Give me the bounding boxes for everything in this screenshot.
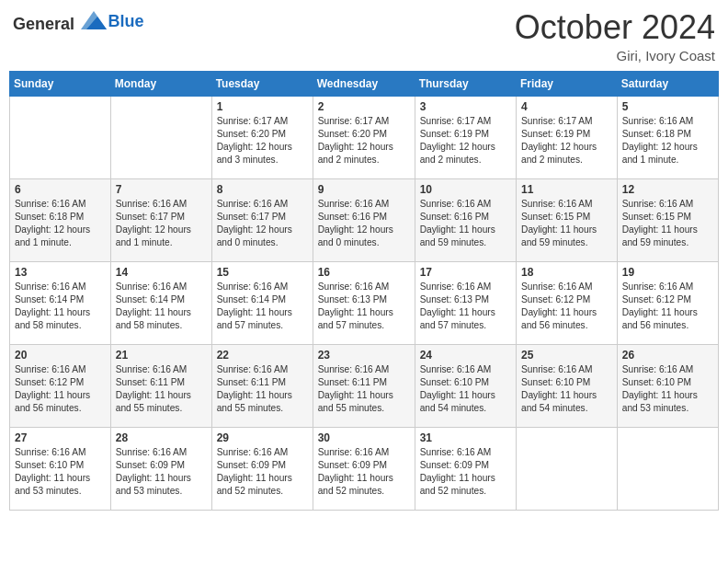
cell-info: Sunrise: 6:16 AMSunset: 6:09 PMDaylight:… <box>217 446 308 499</box>
day-number: 23 <box>318 349 410 362</box>
weekday-header-row: SundayMondayTuesdayWednesdayThursdayFrid… <box>10 71 719 96</box>
cell-info: Sunrise: 6:16 AMSunset: 6:16 PMDaylight:… <box>318 198 410 250</box>
cell-info: Sunrise: 6:16 AMSunset: 6:16 PMDaylight:… <box>420 198 511 250</box>
day-number: 1 <box>217 100 308 113</box>
day-number: 16 <box>318 266 410 279</box>
day-number: 29 <box>217 431 308 444</box>
day-number: 19 <box>622 266 713 279</box>
cell-info: Sunrise: 6:16 AMSunset: 6:17 PMDaylight:… <box>217 198 308 250</box>
calendar-cell: 21Sunrise: 6:16 AMSunset: 6:11 PMDayligh… <box>110 344 211 427</box>
day-number: 31 <box>420 431 511 444</box>
day-number: 25 <box>521 349 612 362</box>
cell-info: Sunrise: 6:16 AMSunset: 6:17 PMDaylight:… <box>116 198 207 250</box>
weekday-header-monday: Monday <box>110 71 211 96</box>
cell-info: Sunrise: 6:16 AMSunset: 6:15 PMDaylight:… <box>622 198 713 250</box>
day-number: 20 <box>15 349 106 362</box>
week-row-1: 6Sunrise: 6:16 AMSunset: 6:18 PMDaylight… <box>10 178 719 261</box>
calendar-cell: 12Sunrise: 6:16 AMSunset: 6:15 PMDayligh… <box>617 178 718 261</box>
calendar-cell: 7Sunrise: 6:16 AMSunset: 6:17 PMDaylight… <box>110 178 211 261</box>
calendar-cell: 9Sunrise: 6:16 AMSunset: 6:16 PMDaylight… <box>313 178 415 261</box>
weekday-header-sunday: Sunday <box>10 71 111 96</box>
weekday-header-friday: Friday <box>517 71 618 96</box>
title-area: October 2024 Giri, Ivory Coast <box>515 9 715 63</box>
cell-info: Sunrise: 6:16 AMSunset: 6:09 PMDaylight:… <box>420 446 511 499</box>
weekday-header-tuesday: Tuesday <box>211 71 313 96</box>
cell-info: Sunrise: 6:16 AMSunset: 6:10 PMDaylight:… <box>15 446 106 499</box>
cell-info: Sunrise: 6:16 AMSunset: 6:14 PMDaylight:… <box>15 281 106 333</box>
day-number: 5 <box>622 100 713 113</box>
header: General Blue October 2024 Giri, Ivory Co… <box>9 9 719 63</box>
day-number: 30 <box>318 431 410 444</box>
cell-info: Sunrise: 6:16 AMSunset: 6:13 PMDaylight:… <box>318 281 410 333</box>
day-number: 28 <box>116 431 207 444</box>
weekday-header-saturday: Saturday <box>617 71 718 96</box>
calendar-cell: 31Sunrise: 6:16 AMSunset: 6:09 PMDayligh… <box>415 427 516 510</box>
week-row-0: 1Sunrise: 6:17 AMSunset: 6:20 PMDaylight… <box>10 96 719 178</box>
week-row-4: 27Sunrise: 6:16 AMSunset: 6:10 PMDayligh… <box>10 427 719 510</box>
day-number: 12 <box>622 183 713 196</box>
cell-info: Sunrise: 6:16 AMSunset: 6:14 PMDaylight:… <box>217 281 308 333</box>
calendar-cell: 23Sunrise: 6:16 AMSunset: 6:11 PMDayligh… <box>313 344 415 427</box>
cell-info: Sunrise: 6:16 AMSunset: 6:15 PMDaylight:… <box>521 198 612 250</box>
calendar-cell: 19Sunrise: 6:16 AMSunset: 6:12 PMDayligh… <box>617 261 718 344</box>
logo: General Blue <box>13 9 144 34</box>
week-row-2: 13Sunrise: 6:16 AMSunset: 6:14 PMDayligh… <box>10 261 719 344</box>
calendar-cell: 15Sunrise: 6:16 AMSunset: 6:14 PMDayligh… <box>211 261 313 344</box>
calendar-cell: 30Sunrise: 6:16 AMSunset: 6:09 PMDayligh… <box>313 427 415 510</box>
calendar-cell: 13Sunrise: 6:16 AMSunset: 6:14 PMDayligh… <box>10 261 111 344</box>
calendar-cell: 8Sunrise: 6:16 AMSunset: 6:17 PMDaylight… <box>211 178 313 261</box>
day-number: 14 <box>116 266 207 279</box>
month-title: October 2024 <box>515 9 715 46</box>
day-number: 9 <box>318 183 410 196</box>
cell-info: Sunrise: 6:16 AMSunset: 6:09 PMDaylight:… <box>318 446 410 499</box>
cell-info: Sunrise: 6:16 AMSunset: 6:10 PMDaylight:… <box>521 363 612 416</box>
cell-info: Sunrise: 6:17 AMSunset: 6:19 PMDaylight:… <box>521 115 612 167</box>
cell-info: Sunrise: 6:16 AMSunset: 6:12 PMDaylight:… <box>15 363 106 416</box>
cell-info: Sunrise: 6:16 AMSunset: 6:14 PMDaylight:… <box>116 281 207 333</box>
calendar-cell: 3Sunrise: 6:17 AMSunset: 6:19 PMDaylight… <box>415 96 516 178</box>
cell-info: Sunrise: 6:16 AMSunset: 6:12 PMDaylight:… <box>622 281 713 333</box>
cell-info: Sunrise: 6:17 AMSunset: 6:19 PMDaylight:… <box>420 115 511 167</box>
location-title: Giri, Ivory Coast <box>515 48 715 63</box>
cell-info: Sunrise: 6:16 AMSunset: 6:18 PMDaylight:… <box>15 198 106 250</box>
weekday-header-wednesday: Wednesday <box>313 71 415 96</box>
calendar-table: SundayMondayTuesdayWednesdayThursdayFrid… <box>9 71 719 511</box>
cell-info: Sunrise: 6:16 AMSunset: 6:09 PMDaylight:… <box>116 446 207 499</box>
day-number: 11 <box>521 183 612 196</box>
day-number: 24 <box>420 349 511 362</box>
logo-general-text: General <box>13 15 74 33</box>
day-number: 17 <box>420 266 511 279</box>
cell-info: Sunrise: 6:17 AMSunset: 6:20 PMDaylight:… <box>318 115 410 167</box>
calendar-cell: 25Sunrise: 6:16 AMSunset: 6:10 PMDayligh… <box>517 344 618 427</box>
calendar-cell: 18Sunrise: 6:16 AMSunset: 6:12 PMDayligh… <box>517 261 618 344</box>
calendar-cell: 14Sunrise: 6:16 AMSunset: 6:14 PMDayligh… <box>110 261 211 344</box>
calendar-cell: 22Sunrise: 6:16 AMSunset: 6:11 PMDayligh… <box>211 344 313 427</box>
calendar-cell <box>617 427 718 510</box>
calendar-cell: 5Sunrise: 6:16 AMSunset: 6:18 PMDaylight… <box>617 96 718 178</box>
cell-info: Sunrise: 6:17 AMSunset: 6:20 PMDaylight:… <box>217 115 308 167</box>
week-row-3: 20Sunrise: 6:16 AMSunset: 6:12 PMDayligh… <box>10 344 719 427</box>
day-number: 26 <box>622 349 713 362</box>
calendar-cell: 16Sunrise: 6:16 AMSunset: 6:13 PMDayligh… <box>313 261 415 344</box>
calendar-cell: 20Sunrise: 6:16 AMSunset: 6:12 PMDayligh… <box>10 344 111 427</box>
calendar-cell: 6Sunrise: 6:16 AMSunset: 6:18 PMDaylight… <box>10 178 111 261</box>
day-number: 4 <box>521 100 612 113</box>
day-number: 13 <box>15 266 106 279</box>
day-number: 6 <box>15 183 106 196</box>
calendar-cell: 26Sunrise: 6:16 AMSunset: 6:10 PMDayligh… <box>617 344 718 427</box>
day-number: 2 <box>318 100 410 113</box>
cell-info: Sunrise: 6:16 AMSunset: 6:10 PMDaylight:… <box>420 363 511 416</box>
day-number: 8 <box>217 183 308 196</box>
calendar-cell: 24Sunrise: 6:16 AMSunset: 6:10 PMDayligh… <box>415 344 516 427</box>
calendar-cell: 11Sunrise: 6:16 AMSunset: 6:15 PMDayligh… <box>517 178 618 261</box>
day-number: 18 <box>521 266 612 279</box>
day-number: 15 <box>217 266 308 279</box>
day-number: 27 <box>15 431 106 444</box>
calendar-cell <box>110 96 211 178</box>
cell-info: Sunrise: 6:16 AMSunset: 6:13 PMDaylight:… <box>420 281 511 333</box>
weekday-header-thursday: Thursday <box>415 71 516 96</box>
calendar-cell <box>517 427 618 510</box>
day-number: 10 <box>420 183 511 196</box>
cell-info: Sunrise: 6:16 AMSunset: 6:11 PMDaylight:… <box>116 363 207 416</box>
logo-icon <box>81 9 107 29</box>
